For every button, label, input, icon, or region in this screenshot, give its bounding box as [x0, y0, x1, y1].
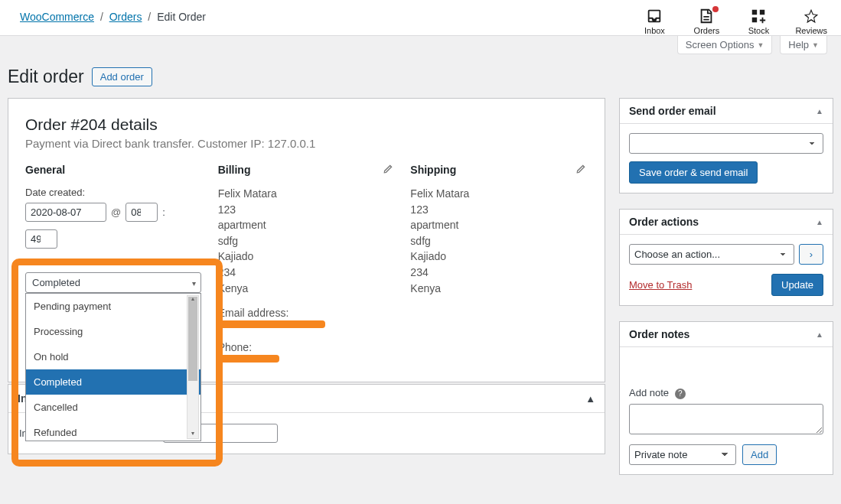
breadcrumb-orders-link[interactable]: Orders [109, 11, 142, 23]
panel-toggle-button[interactable]: ▲ [585, 393, 595, 405]
chevron-down-icon: ▼ [812, 41, 819, 49]
status-option-pending[interactable]: Pending payment [26, 294, 200, 319]
star-icon [803, 8, 820, 24]
screen-meta-bar: Screen Options▼ Help▼ [0, 36, 841, 63]
status-field-wrap: Completed ▾ ▴ ▾ Pending payment Processi… [25, 272, 203, 293]
notification-dot-icon [712, 6, 719, 12]
order-email-select[interactable] [629, 133, 823, 154]
order-details-panel: Order #204 details Payment via Direct ba… [8, 98, 605, 382]
status-option-refunded[interactable]: Refunded [26, 420, 200, 441]
billing-address-block: Felix Matara 123 apartment sdfg Kajiado … [218, 187, 396, 296]
activity-orders-label: Orders [694, 26, 720, 35]
shipping-column: Shipping Felix Matara 123 apartment sdfg… [410, 164, 588, 365]
at-symbol: @ [111, 206, 121, 218]
panel-toggle-button[interactable]: ▲ [816, 218, 823, 226]
edit-billing-button[interactable] [383, 164, 395, 176]
breadcrumb: WooCommerce / Orders / Edit Order [20, 8, 206, 23]
order-details-title: Order #204 details [25, 115, 588, 134]
general-heading: General [25, 164, 203, 176]
shipping-heading: Shipping [410, 164, 588, 176]
status-label: Status: [25, 256, 203, 268]
save-and-send-email-button[interactable]: Save order & send email [629, 161, 758, 184]
pencil-icon [575, 164, 586, 174]
help-icon[interactable]: ? [675, 389, 686, 399]
chevron-down-icon: ▼ [757, 41, 764, 49]
edit-shipping-button[interactable] [575, 164, 588, 176]
order-actions-select[interactable]: Choose an action... [629, 244, 794, 265]
send-order-email-heading: Send order email [629, 105, 716, 117]
billing-phone-redacted [218, 355, 279, 363]
main-wrap: Order #204 details Payment via Direct ba… [0, 98, 841, 504]
hour-input[interactable] [125, 203, 158, 222]
page-heading-row: Edit order Add order [0, 63, 841, 98]
inbox-icon [646, 8, 663, 24]
activity-stock-button[interactable]: Stock [743, 8, 774, 35]
add-note-label: Add note [629, 387, 669, 398]
activity-panel: Inbox Orders Stock Reviews [639, 8, 827, 35]
email-label: Email address: [218, 307, 396, 319]
order-details-subtitle: Payment via Direct bank transfer. Custom… [25, 137, 588, 150]
order-notes-box: Order notes ▲ Add note ? Private note Ad… [619, 321, 833, 475]
activity-reviews-button[interactable]: Reviews [795, 8, 827, 35]
minute-input[interactable] [25, 229, 57, 249]
activity-reviews-label: Reviews [795, 26, 827, 35]
chevron-down-icon: ▾ [192, 278, 196, 287]
pencil-icon [383, 164, 393, 174]
order-actions-box: Order actions ▲ Choose an action... › Mo… [619, 209, 833, 306]
activity-orders-button[interactable]: Orders [691, 8, 722, 35]
date-created-label: Date created: [25, 187, 203, 198]
status-selected-value: Completed [32, 277, 80, 288]
billing-heading: Billing [218, 164, 396, 176]
status-option-on-hold[interactable]: On hold [26, 344, 200, 369]
stock-icon [750, 8, 767, 24]
top-bar: WooCommerce / Orders / Edit Order Inbox … [0, 0, 841, 36]
scroll-up-icon[interactable]: ▴ [188, 295, 197, 304]
add-note-button[interactable]: Add [742, 444, 777, 465]
update-button[interactable]: Update [771, 274, 823, 296]
order-notes-heading: Order notes [629, 328, 689, 340]
status-option-processing[interactable]: Processing [26, 319, 200, 344]
billing-email-redacted [218, 320, 325, 328]
phone-label: Phone: [218, 341, 396, 353]
breadcrumb-root-link[interactable]: WooCommerce [20, 11, 94, 23]
breadcrumb-current: Edit Order [157, 11, 206, 23]
note-type-select[interactable]: Private note [629, 444, 736, 465]
date-created-input[interactable] [25, 203, 106, 222]
order-actions-heading: Order actions [629, 216, 699, 228]
status-select[interactable]: Completed ▾ [25, 272, 201, 293]
chevron-right-icon: › [810, 249, 813, 260]
move-to-trash-link[interactable]: Move to Trash [629, 279, 692, 291]
scrollbar-thumb[interactable] [188, 297, 197, 381]
status-option-cancelled[interactable]: Cancelled [26, 395, 200, 420]
status-dropdown: ▴ ▾ Pending payment Processing On hold C… [25, 293, 201, 441]
note-textarea[interactable] [629, 404, 823, 434]
page-title: Edit order [8, 67, 84, 87]
screen-options-tab[interactable]: Screen Options▼ [677, 36, 773, 54]
add-order-button[interactable]: Add order [92, 67, 152, 86]
general-column: General Date created: @ : Status: [25, 164, 203, 365]
help-tab[interactable]: Help▼ [780, 36, 827, 54]
billing-column: Billing Felix Matara 123 apartment sdfg … [218, 164, 396, 365]
status-option-completed[interactable]: Completed [26, 369, 200, 395]
sidebar-column: Send order email ▲ Save order & send ema… [619, 98, 833, 490]
activity-inbox-button[interactable]: Inbox [639, 8, 670, 35]
apply-action-button[interactable]: › [799, 244, 823, 265]
main-column: Order #204 details Payment via Direct ba… [8, 98, 605, 454]
activity-inbox-label: Inbox [644, 26, 665, 35]
activity-stock-label: Stock [748, 26, 770, 35]
shipping-address-block: Felix Matara 123 apartment sdfg Kajiado … [410, 187, 588, 296]
time-colon: : [162, 206, 165, 218]
scroll-down-icon[interactable]: ▾ [188, 430, 197, 439]
send-order-email-box: Send order email ▲ Save order & send ema… [619, 98, 833, 193]
panel-toggle-button[interactable]: ▲ [816, 107, 823, 115]
panel-toggle-button[interactable]: ▲ [816, 330, 823, 339]
